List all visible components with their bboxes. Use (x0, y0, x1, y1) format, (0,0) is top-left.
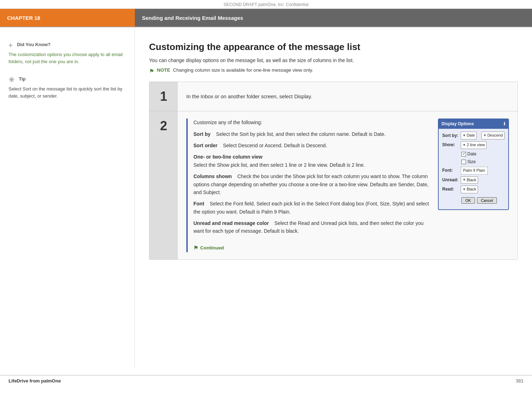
show-arrow: ▼ (462, 142, 466, 148)
did-you-know-section: + Did You Know? The customization option… (9, 42, 126, 65)
step-1-number: 1 (149, 82, 178, 111)
plus-icon-container: + Did You Know? (9, 42, 126, 50)
footer-page: 381 (516, 378, 523, 384)
dialog-font-value[interactable]: Palm 9 Plain (461, 167, 488, 175)
step2-unread: Unread and read message color Select the… (193, 219, 429, 235)
step2-intro: Customize any of the following: (193, 118, 429, 126)
step2-columns: Columns shown Check the box under the Sh… (193, 172, 429, 196)
watermark: SECOND DRAFT palmOne, Inc. Confidential (0, 0, 532, 9)
continued-icon: ⚑ (193, 244, 198, 252)
dialog-unread-row: Unread: ▼ Black (442, 176, 505, 184)
read-value: Black (467, 186, 476, 193)
dialog-unread-select[interactable]: ▼ Black (461, 176, 478, 184)
show-value: 2 line view (467, 142, 485, 148)
dialog-buttons: OK Cancel (442, 195, 505, 206)
dialog-read-label: Read: (442, 186, 461, 193)
continued-label: Continued (200, 244, 224, 252)
asterisk-icon: ✳ (9, 76, 15, 84)
content-area: Customizing the appearance of the messag… (135, 27, 532, 368)
asterisk-icon-container: ✳ Tip (9, 76, 126, 84)
step-1: 1 In the Inbox or on another folder scre… (149, 82, 517, 111)
footer: LifeDrive from palmOne 381 (0, 375, 532, 386)
continued-row: ⚑ Continued (193, 244, 509, 252)
main-layout: + Did You Know? The customization option… (0, 27, 532, 368)
step2-font: Font Select the Font field. Select each … (193, 200, 429, 216)
dialog-font-row: Font: Palm 9 Plain (442, 167, 505, 175)
step2-view: One- or two-line column view Select the … (193, 153, 429, 169)
dialog-box: Display Options ℹ Sort by: (438, 118, 509, 210)
did-you-know-text: The customization options you choose app… (9, 51, 126, 65)
dialog-read-row: Read: ▼ Black (442, 186, 505, 193)
dialog-ok-button[interactable]: OK (461, 197, 475, 204)
dialog-title: Display Options (441, 121, 474, 127)
note-label: NOTE (157, 67, 170, 73)
dialog-show-row: Show: ▼ 2 line view (442, 141, 505, 149)
display-options-dialog: Display Options ℹ Sort by: (438, 118, 509, 239)
chapter-header: CHAPTER 18 Sending and Receiving Email M… (0, 9, 532, 27)
step-2: 2 Customize any of the following: Sort b… (149, 111, 517, 259)
sidebar: + Did You Know? The customization option… (0, 27, 135, 368)
steps-container: 1 In the Inbox or on another folder scre… (149, 82, 518, 260)
dialog-sortby-label: Sort by: (442, 132, 461, 139)
chapter-title: Sending and Receiving Email Messages (135, 9, 532, 27)
step2-sort-order: Sort order Select Descend or Ascend. Def… (193, 142, 429, 149)
dialog-body: Sort by: ▼ Date ▼ (439, 129, 508, 209)
date-label: Date (467, 151, 476, 158)
dialog-cancel-button[interactable]: Cancel (477, 197, 497, 204)
intro-text: You can change display options on the me… (149, 57, 518, 63)
date-checkbox[interactable]: ✓ (461, 152, 466, 156)
order-arrow: ▼ (483, 133, 487, 138)
step2-text: Customize any of the following: Sort by … (193, 118, 429, 239)
sortby-spacer (479, 132, 480, 139)
unread-value: Black (467, 177, 476, 183)
did-you-know-heading: Did You Know? (17, 42, 51, 47)
plus-icon: + (9, 42, 13, 50)
tip-section: ✳ Tip Select Sort on the message list to… (9, 76, 126, 99)
dialog-font-label: Font: (442, 167, 461, 174)
note-text: Changing column size is available for on… (173, 67, 313, 73)
step2-with-bar: Customize any of the following: Sort by … (186, 118, 509, 252)
dialog-info-icon: ℹ (504, 121, 505, 127)
step2-inner: Customize any of the following: Sort by … (193, 118, 509, 239)
note-bar: ⚑ NOTE Changing column size is available… (149, 67, 518, 75)
dialog-size-row: Size (461, 159, 505, 165)
dialog-sortby-select[interactable]: ▼ Date (461, 132, 477, 139)
order-value: Descend (487, 132, 503, 139)
unread-arrow: ▼ (462, 177, 466, 183)
tip-text: Select Sort on the message list to quick… (9, 86, 126, 99)
dialog-order-select[interactable]: ▼ Descend (481, 132, 504, 139)
size-checkbox[interactable] (461, 160, 466, 164)
size-label: Size (467, 159, 476, 165)
dialog-sortby-row: Sort by: ▼ Date ▼ (442, 132, 505, 139)
footer-brand: LifeDrive from palmOne (9, 378, 61, 384)
read-arrow: ▼ (462, 187, 466, 192)
step2-sort-by: Sort by Select the Sort by pick list, an… (193, 130, 429, 138)
dialog-date-row: ✓ Date (461, 151, 505, 158)
tip-heading: Tip (19, 76, 26, 82)
page-heading: Customizing the appearance of the messag… (149, 42, 518, 53)
note-icon: ⚑ (149, 68, 154, 75)
sortby-arrow: ▼ (462, 133, 466, 138)
step-2-number: 2 (149, 111, 178, 259)
step-2-content: Customize any of the following: Sort by … (178, 111, 517, 259)
dialog-read-select[interactable]: ▼ Black (461, 186, 478, 193)
dialog-title-bar: Display Options ℹ (439, 119, 508, 129)
chapter-label: CHAPTER 18 (0, 9, 135, 27)
dialog-unread-label: Unread: (442, 177, 461, 183)
dialog-show-label: Show: (442, 142, 461, 148)
step-1-content: In the Inbox or on another folder screen… (178, 82, 517, 111)
sortby-value: Date (467, 132, 475, 139)
step-1-text: In the Inbox or on another folder screen… (186, 93, 312, 101)
dialog-show-select[interactable]: ▼ 2 line view (461, 141, 487, 149)
